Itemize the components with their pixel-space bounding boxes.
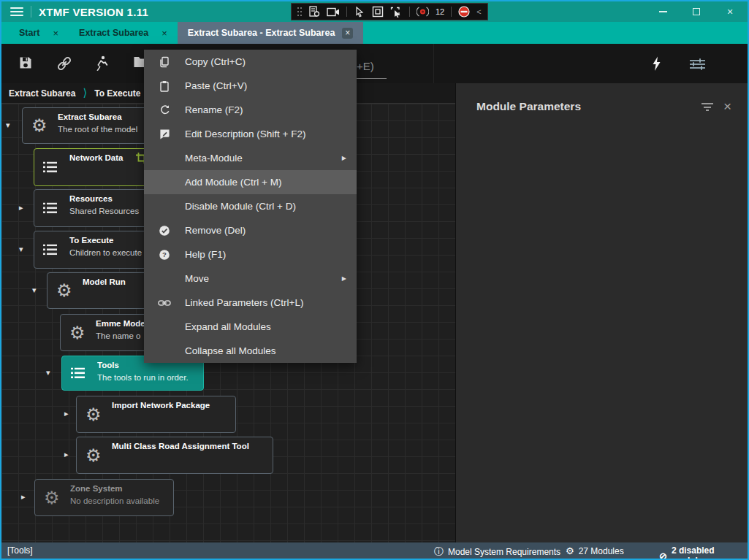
panel-title: Module Parameters — [476, 100, 581, 113]
menu-item-expand-all[interactable]: Expand all Modules — [144, 315, 357, 339]
status-bar: [Tools] ⓘ Model System Requirements ⚙ 27… — [1, 542, 748, 559]
tab-close-icon[interactable]: × — [342, 28, 353, 39]
status-module-count[interactable]: ⚙ 27 Modules — [566, 545, 624, 556]
list-icon — [71, 368, 85, 379]
rename-icon — [156, 104, 173, 115]
title-bar: XTMF VERSION 1.11 — [1, 1, 748, 22]
tab-close-icon[interactable]: × — [161, 28, 167, 39]
linked-parameters-icon — [156, 299, 173, 307]
recording-separator — [451, 7, 452, 17]
search-input[interactable]: +E) — [357, 60, 374, 72]
submenu-arrow-icon: ▶ — [342, 275, 346, 282]
gear-icon: ⚙ — [69, 324, 85, 342]
gear-icon: ⚙ — [566, 545, 574, 556]
gear-icon: ⚙ — [85, 406, 102, 423]
menu-item-add-module[interactable]: Add Module (Ctrl + M) — [144, 170, 357, 194]
gear-icon: ⚙ — [44, 489, 60, 507]
expander-open-icon[interactable]: ▾ — [46, 369, 50, 377]
run-icon[interactable] — [95, 55, 108, 72]
app-title: XTMF VERSION 1.11 — [39, 6, 148, 18]
status-model-system-requirements[interactable]: ⓘ Model System Requirements — [434, 545, 560, 559]
collapse-toolbar-icon[interactable]: < — [476, 7, 481, 16]
info-icon: ⓘ — [434, 545, 444, 559]
list-icon — [43, 245, 57, 256]
context-menu: Copy (Ctrl+C) Paste (Ctrl+V) Rename (F2)… — [144, 50, 357, 363]
menu-item-help[interactable]: ? Help (F1) — [144, 242, 357, 266]
stop-recording-icon[interactable] — [458, 6, 470, 18]
gear-icon: ⚙ — [85, 447, 102, 464]
app-window: XTMF VERSION 1.11 — [0, 0, 749, 560]
module-node-zone-system[interactable]: ⚙ Zone System No description available — [34, 479, 174, 516]
record-indicator-icon[interactable] — [417, 7, 429, 17]
recording-toolbar: 12 < — [291, 3, 488, 20]
recording-settings-icon[interactable] — [308, 6, 320, 18]
help-circle-icon: ? — [156, 249, 173, 261]
gear-icon: ⚙ — [31, 117, 47, 134]
expander-closed-icon[interactable]: ▸ — [21, 493, 26, 501]
menu-item-rename[interactable]: Rename (F2) — [144, 98, 357, 122]
panel-close-icon[interactable]: × — [723, 99, 731, 113]
gear-icon: ⚙ — [56, 282, 72, 299]
svg-text:?: ? — [162, 250, 167, 258]
hamburger-menu-icon[interactable] — [10, 7, 23, 16]
breadcrumb-separator-icon: ⟩ — [83, 86, 87, 99]
menu-item-paste[interactable]: Paste (Ctrl+V) — [144, 74, 357, 98]
filter-icon[interactable] — [702, 101, 713, 111]
module-subtitle: The tools to run in order. — [97, 373, 203, 382]
cursor-icon[interactable] — [354, 7, 365, 18]
menu-item-move[interactable]: Move ▶ — [144, 266, 357, 291]
module-parameters-panel: Module Parameters × — [455, 83, 749, 542]
expander-open-icon[interactable]: ▾ — [19, 245, 23, 253]
recording-separator — [346, 7, 347, 17]
minimize-button[interactable] — [657, 6, 669, 18]
maximize-button[interactable] — [691, 6, 702, 18]
expander-open-icon[interactable]: ▾ — [6, 121, 10, 129]
cursor-capture-icon[interactable] — [390, 7, 403, 18]
toolbar: +E) — [1, 44, 748, 83]
breadcrumb-item[interactable]: To Execute — [94, 88, 140, 99]
menu-item-edit-description[interactable]: Edit Description (Shift + F2) — [144, 122, 357, 146]
submenu-arrow-icon: ▶ — [342, 155, 346, 161]
module-title: Import Network Package — [112, 401, 235, 410]
tab-start[interactable]: Start × — [9, 22, 69, 44]
tab-bar: Start × Extract Subarea × Extract Subare… — [1, 22, 748, 44]
region-select-icon[interactable] — [372, 6, 384, 18]
tab-extract-subarea[interactable]: Extract Subarea × — [69, 22, 178, 44]
tab-close-icon[interactable]: × — [53, 28, 58, 39]
module-subtitle: No description available — [70, 496, 173, 505]
titlebar-divider — [31, 6, 31, 18]
menu-item-disable-module[interactable]: Disable Module (Ctrl + D) — [144, 194, 357, 218]
module-title: Multi Class Road Assignment Tool — [112, 442, 273, 450]
close-button[interactable]: × — [724, 6, 736, 18]
recording-counter: 12 — [436, 7, 444, 16]
tab-extract-subarea-model[interactable]: Extract Subarea - Extract Subarea × — [178, 22, 363, 44]
search-underline — [356, 78, 387, 79]
window-controls: × — [657, 6, 736, 18]
link-icon[interactable] — [56, 55, 72, 72]
panel-header: Module Parameters × — [456, 83, 749, 113]
expander-closed-icon[interactable]: ▸ — [64, 410, 69, 418]
quick-run-icon[interactable] — [652, 56, 661, 72]
paste-icon — [156, 80, 173, 92]
expander-closed-icon[interactable]: ▸ — [64, 450, 69, 459]
module-node-multi-class-road-assignment[interactable]: ⚙ Multi Class Road Assignment Tool — [76, 437, 273, 474]
module-title: Zone System — [70, 484, 173, 493]
menu-item-remove[interactable]: Remove (Del) — [144, 218, 357, 242]
recording-separator — [409, 7, 410, 17]
tune-settings-icon[interactable] — [689, 58, 706, 71]
disabled-icon: ⊘ — [659, 551, 667, 560]
breadcrumb-item[interactable]: Extract Subarea — [9, 88, 75, 99]
drag-handle-icon[interactable] — [297, 7, 302, 17]
status-disabled-modules[interactable]: ⊘ 2 disabled modules — [659, 545, 748, 560]
menu-item-collapse-all[interactable]: Collapse all Modules — [144, 339, 357, 363]
module-node-import-network-package[interactable]: ⚙ Import Network Package — [76, 396, 236, 433]
menu-item-meta-module[interactable]: Meta-Module ▶ — [144, 146, 357, 170]
menu-item-linked-parameters[interactable]: Linked Parameters (Ctrl+L) — [144, 291, 357, 315]
camera-icon[interactable] — [327, 7, 340, 17]
tab-label: Extract Subarea - Extract Subarea — [188, 28, 335, 38]
menu-item-copy[interactable]: Copy (Ctrl+C) — [144, 50, 357, 74]
list-icon — [43, 162, 57, 173]
save-icon[interactable] — [18, 55, 33, 70]
expander-closed-icon[interactable]: ▸ — [19, 204, 23, 212]
expander-open-icon[interactable]: ▾ — [32, 286, 37, 294]
